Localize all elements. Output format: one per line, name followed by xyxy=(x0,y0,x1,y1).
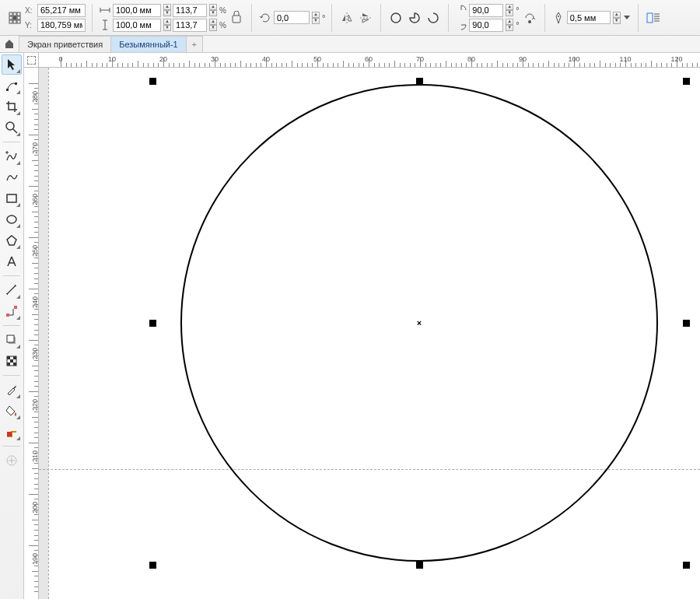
horizontal-ruler[interactable]: 0102030405060708090100110120 xyxy=(39,53,700,68)
mirror-vertical-button[interactable] xyxy=(357,9,374,26)
tab-document[interactable]: Безымянный-1 xyxy=(110,36,187,52)
svg-point-11 xyxy=(528,20,531,23)
arc-end-spinner[interactable]: ▲▼ xyxy=(506,19,513,31)
canvas[interactable]: × xyxy=(39,68,700,599)
rectangle-tool[interactable] xyxy=(2,188,22,208)
scale-y-spinner[interactable]: ▲▼ xyxy=(209,19,217,31)
scale-x-spinner[interactable]: ▲▼ xyxy=(209,4,217,16)
ellipse-full-button[interactable] xyxy=(387,9,404,26)
svg-rect-22 xyxy=(7,335,14,342)
ellipse-tool[interactable] xyxy=(2,209,22,229)
origin-anchor-icon[interactable] xyxy=(6,9,23,26)
height-icon xyxy=(99,19,111,31)
scale-x-field[interactable] xyxy=(173,4,207,17)
polygon-tool[interactable] xyxy=(2,230,22,250)
svg-rect-20 xyxy=(14,306,17,309)
outline-width-field[interactable] xyxy=(567,11,611,24)
tab-welcome[interactable]: Экран приветствия xyxy=(19,36,111,52)
vertical-ruler[interactable]: 280270260250240230220210200190 xyxy=(24,68,39,599)
svg-rect-4 xyxy=(13,16,16,19)
separator xyxy=(380,4,381,32)
page-edge-guide xyxy=(48,68,49,599)
property-bar: X: Y: ▲▼ ▲▼ xyxy=(0,0,700,36)
svg-rect-1 xyxy=(13,12,16,16)
drop-shadow-tool[interactable] xyxy=(2,330,22,350)
svg-rect-2 xyxy=(17,12,20,16)
mirror-horizontal-button[interactable] xyxy=(338,9,355,26)
width-field[interactable] xyxy=(113,4,161,17)
fill-tool[interactable] xyxy=(2,401,22,421)
ruler-origin[interactable] xyxy=(24,53,39,68)
rotation-icon xyxy=(258,11,272,25)
outline-width-spinner[interactable]: ▲▼ xyxy=(613,12,621,24)
svg-rect-15 xyxy=(15,82,17,85)
toolbox xyxy=(0,53,24,599)
freehand-tool[interactable] xyxy=(2,146,22,166)
width-icon xyxy=(99,4,111,16)
svg-rect-0 xyxy=(9,12,12,16)
center-mark: × xyxy=(417,318,422,328)
pick-tool[interactable] xyxy=(2,54,22,75)
crop-tool[interactable] xyxy=(2,96,22,117)
svg-rect-26 xyxy=(10,359,13,363)
svg-rect-17 xyxy=(7,194,16,202)
svg-point-18 xyxy=(7,215,16,223)
arc-end-field[interactable] xyxy=(469,19,503,32)
handle-bottom-middle[interactable] xyxy=(416,562,423,569)
svg-rect-3 xyxy=(9,16,12,19)
svg-rect-13 xyxy=(647,13,653,23)
lock-ratio-button[interactable] xyxy=(228,9,245,26)
svg-rect-14 xyxy=(6,89,9,91)
handle-middle-right[interactable] xyxy=(683,320,690,327)
arc-start-icon xyxy=(455,4,467,16)
arc-start-spinner[interactable]: ▲▼ xyxy=(506,4,513,16)
handle-top-right[interactable] xyxy=(683,78,690,85)
arc-angles-group: ▲▼ ° ▲▼ ° xyxy=(452,4,541,32)
y-position-field[interactable] xyxy=(37,19,86,32)
x-position-field[interactable] xyxy=(37,4,86,17)
arc-direction-button[interactable] xyxy=(521,9,538,26)
zoom-tool[interactable] xyxy=(2,117,22,138)
outline-dropdown-button[interactable] xyxy=(622,9,632,26)
scale-y-field[interactable] xyxy=(173,19,207,32)
svg-point-10 xyxy=(391,13,401,23)
handle-middle-left[interactable] xyxy=(149,320,156,327)
handle-bottom-right[interactable] xyxy=(683,562,690,569)
width-spinner[interactable]: ▲▼ xyxy=(163,4,171,16)
handle-top-left[interactable] xyxy=(149,78,156,85)
text-wrap-button[interactable] xyxy=(645,9,662,26)
shape-edit-tool[interactable] xyxy=(2,75,22,96)
height-field[interactable] xyxy=(113,19,161,32)
separator xyxy=(92,4,93,32)
tab-label: Экран приветствия xyxy=(27,40,103,49)
separator xyxy=(638,4,639,32)
separator xyxy=(544,4,545,32)
svg-rect-7 xyxy=(13,20,16,23)
outline-group: ▲▼ xyxy=(548,9,635,26)
outline-pen-icon xyxy=(551,11,565,25)
svg-rect-19 xyxy=(6,314,9,317)
height-spinner[interactable]: ▲▼ xyxy=(163,19,171,31)
size-group: ▲▼ ▲▼ ▲▼ % ▲▼ % xyxy=(96,4,248,32)
text-tool[interactable] xyxy=(2,251,22,271)
rotation-field[interactable] xyxy=(274,11,310,24)
artistic-media-tool[interactable] xyxy=(2,167,22,187)
handle-bottom-left[interactable] xyxy=(149,562,156,569)
connector-tool[interactable] xyxy=(2,301,22,321)
smart-fill-tool[interactable] xyxy=(2,422,22,442)
arc-start-field[interactable] xyxy=(469,4,503,17)
mirror-group xyxy=(335,9,377,26)
ellipse-pie-button[interactable] xyxy=(406,9,423,26)
home-tab-button[interactable] xyxy=(0,35,19,52)
wrap-group xyxy=(642,9,665,26)
main-area: 0102030405060708090100110120 28027026025… xyxy=(0,53,700,599)
handle-top-middle[interactable] xyxy=(416,78,423,85)
tab-add-button[interactable]: + xyxy=(186,36,203,52)
ellipse-arc-button[interactable] xyxy=(425,9,442,26)
rotation-spinner[interactable]: ▲▼ xyxy=(312,12,320,24)
svg-rect-28 xyxy=(13,363,16,366)
dimension-tool[interactable] xyxy=(2,280,22,300)
transparency-tool[interactable] xyxy=(2,351,22,371)
options-button[interactable] xyxy=(2,450,22,471)
eyedropper-tool[interactable] xyxy=(2,380,22,400)
